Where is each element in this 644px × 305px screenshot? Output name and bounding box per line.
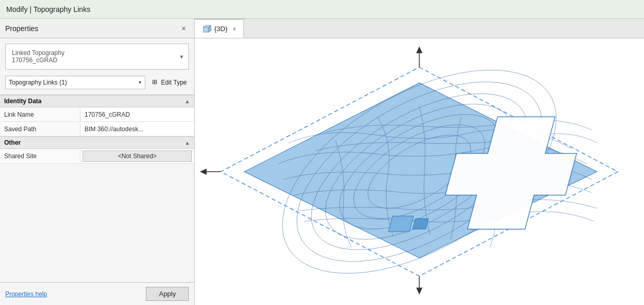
type-dropdown-arrow: ▼ [179,54,184,60]
properties-header: Properties × [0,19,194,38]
3d-cube-icon [202,24,211,34]
section-identity-collapse[interactable]: ▲ [185,99,190,104]
tab-3d-close[interactable]: × [232,25,236,33]
topography-view [195,38,644,305]
type-selector: Linked Topography 170756_cGRAD ▼ Topogra… [0,38,194,95]
prop-row-saved-path: Saved Path BIM 360://autodesk... [0,122,194,136]
title-text: Modify | Topography Links [6,5,90,13]
prop-value-shared-site: <Not Shared> [80,149,194,163]
section-other-collapse[interactable]: ▲ [185,140,190,146]
tab-3d-label: {3D} [214,25,227,33]
type-line2: 170756_cGRAD [12,57,64,64]
section-identity-label: Identity Data [4,98,42,105]
properties-panel-title: Properties [5,24,38,33]
prop-label-link-name: Link Name [0,107,80,121]
section-header-other: Other ▲ [0,136,194,149]
type-display-text: Linked Topography 170756_cGRAD [12,49,64,64]
section-header-identity: Identity Data ▲ [0,95,194,107]
category-row: Topography Links (1) ▼ ⊞ Edit Type [5,74,189,91]
edit-type-icon: ⊞ [150,78,159,87]
prop-label-shared-site: Shared Site [0,149,80,163]
prop-row-shared-site: Shared Site <Not Shared> [0,149,194,164]
type-line1: Linked Topography [12,49,64,57]
edit-type-button[interactable]: ⊞ Edit Type [148,77,189,88]
properties-table: Identity Data ▲ Link Name 170756_cGRAD S… [0,95,194,282]
right-panel: {3D} × [195,19,644,305]
svg-rect-14 [388,216,413,232]
viewport[interactable] [195,38,644,305]
properties-help-link[interactable]: Properties help [5,290,47,298]
title-bar: Modify | Topography Links [0,0,644,19]
view-tabs: {3D} × [195,19,644,38]
properties-panel: Properties × Linked Topography 170756_cG… [0,19,195,305]
edit-type-label: Edit Type [161,79,187,86]
svg-rect-15 [413,219,429,229]
properties-close-button[interactable]: × [179,23,189,34]
not-shared-button[interactable]: <Not Shared> [83,150,192,162]
section-other-label: Other [4,139,21,146]
prop-label-saved-path: Saved Path [0,122,80,136]
prop-value-saved-path: BIM 360://autodesk... [80,122,194,136]
svg-rect-0 [203,27,209,32]
category-select-wrapper: Topography Links (1) ▼ [5,76,145,89]
category-select[interactable]: Topography Links (1) [5,76,145,89]
prop-row-link-name: Link Name 170756_cGRAD [0,107,194,122]
type-display[interactable]: Linked Topography 170756_cGRAD ▼ [5,44,189,70]
prop-value-link-name: 170756_cGRAD [80,107,194,121]
tab-3d[interactable]: {3D} × [195,19,244,38]
panel-footer: Properties help Apply [0,282,194,305]
apply-button[interactable]: Apply [146,287,189,301]
main-layout: Properties × Linked Topography 170756_cG… [0,19,644,305]
